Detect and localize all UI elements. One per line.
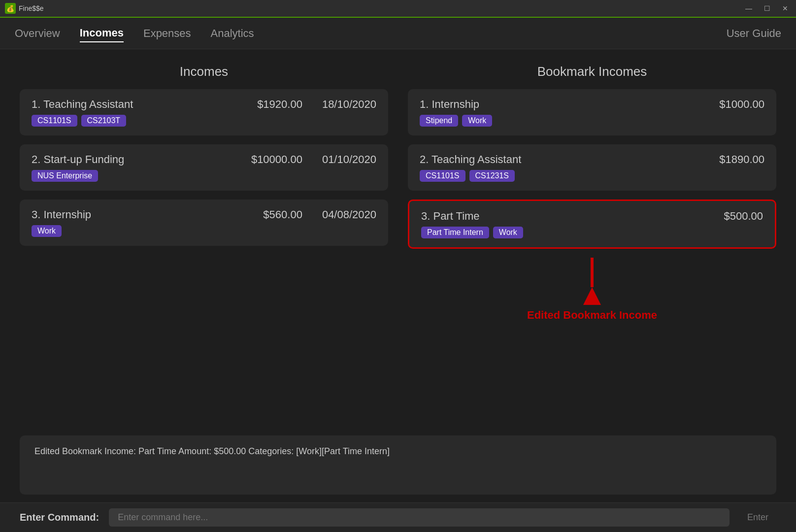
app-title: Fine$$e — [19, 4, 44, 12]
bookmark-amount-2: $1890.00 — [719, 153, 764, 166]
tag-cs2103t: CS2103T — [81, 115, 127, 127]
income-tags-3: Work — [32, 225, 376, 237]
income-name-3: 3. Internship — [32, 208, 91, 221]
nav-overview[interactable]: Overview — [15, 25, 60, 42]
tag-work-b1: Work — [462, 115, 492, 127]
nav-analytics[interactable]: Analytics — [211, 25, 254, 42]
right-panel-title: Bookmark Incomes — [408, 64, 776, 79]
income-item-1[interactable]: 1. Teaching Assistant $1920.00 18/10/202… — [20, 89, 388, 135]
bookmark-tags-3: Part Time Intern Work — [421, 227, 763, 238]
income-name-2: 2. Start-up Funding — [32, 153, 124, 166]
income-meta-1: $1920.00 18/10/2020 — [257, 98, 376, 111]
income-amount-1: $1920.00 — [257, 98, 302, 111]
bookmark-item-2[interactable]: 2. Teaching Assistant $1890.00 CS1101S C… — [408, 144, 776, 191]
tag-work-3: Work — [32, 225, 62, 237]
bookmark-amount-3: $500.00 — [724, 210, 763, 223]
output-area: Edited Bookmark Income: Part Time Amount… — [20, 435, 776, 495]
left-panel-title: Incomes — [20, 64, 388, 79]
tag-cs1231s: CS1231S — [469, 170, 515, 182]
bookmark-name-1: 1. Internship — [420, 98, 479, 111]
tag-cs1101s-2: CS1101S — [420, 170, 465, 182]
left-panel: Incomes 1. Teaching Assistant $1920.00 1… — [20, 64, 388, 426]
title-bar-controls: — ☐ ✕ — [742, 3, 791, 13]
minimize-button[interactable]: — — [742, 3, 755, 13]
income-item-3-row: 3. Internship $560.00 04/08/2020 — [32, 208, 376, 221]
income-date-1: 18/10/2020 — [322, 98, 376, 111]
income-meta-2: $10000.00 01/10/2020 — [251, 153, 376, 166]
income-item-1-row: 1. Teaching Assistant $1920.00 18/10/202… — [32, 98, 376, 111]
command-input[interactable] — [109, 508, 730, 527]
arrow-icon — [583, 287, 601, 305]
bookmark-item-3[interactable]: 3. Part Time $500.00 Part Time Intern Wo… — [408, 200, 776, 249]
tag-part-time-intern: Part Time Intern — [421, 227, 489, 238]
nav-bar: Overview Incomes Expenses Analytics User… — [0, 18, 796, 49]
command-label: Enter Command: — [20, 512, 99, 523]
title-bar-left: 💰 Fine$$e — [5, 3, 44, 14]
bookmark-item-1[interactable]: 1. Internship $1000.00 Stipend Work — [408, 89, 776, 135]
income-date-2: 01/10/2020 — [322, 153, 376, 166]
income-tags-2: NUS Enterprise — [32, 170, 376, 182]
user-guide-link[interactable]: User Guide — [727, 27, 781, 40]
tag-cs1101s-1: CS1101S — [32, 115, 77, 127]
close-button[interactable]: ✕ — [779, 3, 791, 13]
nav-incomes[interactable]: Incomes — [80, 25, 124, 42]
bookmark-item-2-row: 2. Teaching Assistant $1890.00 — [420, 153, 764, 166]
bookmark-item-1-row: 1. Internship $1000.00 — [420, 98, 764, 111]
main-content: Incomes 1. Teaching Assistant $1920.00 1… — [0, 49, 796, 435]
command-bar: Enter Command: Enter — [0, 502, 796, 532]
income-item-3[interactable]: 3. Internship $560.00 04/08/2020 Work — [20, 200, 388, 246]
bookmark-name-2: 2. Teaching Assistant — [420, 153, 521, 166]
income-tags-1: CS1101S CS2103T — [32, 115, 376, 127]
bookmark-item-3-row: 3. Part Time $500.00 — [421, 210, 763, 223]
annotation-area: Edited Bookmark Income — [408, 258, 776, 322]
income-meta-3: $560.00 04/08/2020 — [263, 208, 376, 221]
title-bar: 💰 Fine$$e — ☐ ✕ — [0, 0, 796, 18]
income-date-3: 04/08/2020 — [322, 208, 376, 221]
annotation-label: Edited Bookmark Income — [527, 309, 657, 322]
right-panel: Bookmark Incomes 1. Internship $1000.00 … — [408, 64, 776, 426]
output-text: Edited Bookmark Income: Part Time Amount… — [34, 446, 390, 456]
maximize-button[interactable]: ☐ — [761, 3, 773, 13]
arrow-container — [583, 258, 601, 305]
tag-nus-enterprise: NUS Enterprise — [32, 170, 98, 182]
income-amount-2: $10000.00 — [251, 153, 302, 166]
tag-work-b3: Work — [493, 227, 523, 238]
arrow-shaft — [591, 258, 594, 287]
app-icon: 💰 — [5, 3, 16, 14]
bookmark-tags-1: Stipend Work — [420, 115, 764, 127]
bookmark-amount-1: $1000.00 — [719, 98, 764, 111]
nav-expenses[interactable]: Expenses — [143, 25, 191, 42]
bookmark-name-3: 3. Part Time — [421, 210, 480, 223]
income-name-1: 1. Teaching Assistant — [32, 98, 133, 111]
nav-left: Overview Incomes Expenses Analytics — [15, 25, 254, 42]
income-item-2[interactable]: 2. Start-up Funding $10000.00 01/10/2020… — [20, 144, 388, 191]
income-item-2-row: 2. Start-up Funding $10000.00 01/10/2020 — [32, 153, 376, 166]
tag-stipend: Stipend — [420, 115, 458, 127]
income-amount-3: $560.00 — [263, 208, 302, 221]
bookmark-tags-2: CS1101S CS1231S — [420, 170, 764, 182]
enter-button[interactable]: Enter — [739, 509, 776, 526]
